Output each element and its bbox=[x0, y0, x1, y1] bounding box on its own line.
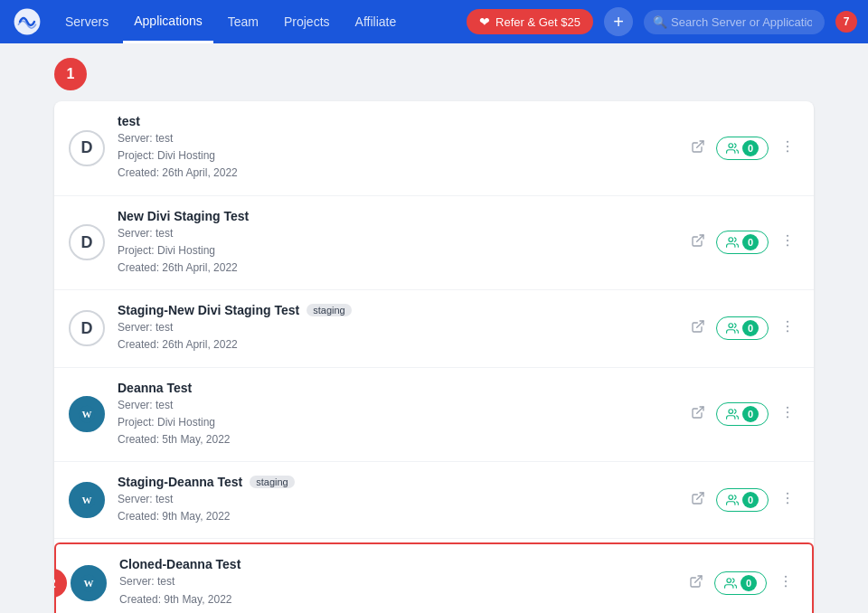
nav-servers[interactable]: Servers bbox=[54, 0, 119, 43]
app-actions: 0 bbox=[687, 315, 799, 342]
collab-count: 0 bbox=[742, 140, 759, 156]
svg-point-2 bbox=[729, 144, 733, 148]
svg-point-27 bbox=[787, 493, 788, 495]
collab-button[interactable]: 0 bbox=[714, 571, 767, 595]
external-link-icon[interactable] bbox=[685, 571, 707, 596]
svg-line-32 bbox=[695, 576, 702, 582]
svg-point-33 bbox=[727, 578, 731, 582]
external-link-icon[interactable] bbox=[687, 136, 709, 161]
refer-button[interactable]: ❤ Refer & Get $25 bbox=[467, 9, 593, 34]
svg-text:W: W bbox=[84, 577, 94, 588]
svg-point-9 bbox=[787, 240, 788, 241]
app-info: testServer: testProject: Divi HostingCre… bbox=[118, 114, 687, 183]
more-menu-icon[interactable] bbox=[776, 401, 799, 428]
svg-line-25 bbox=[697, 493, 703, 499]
app-name: Staging-Deanna Teststaging bbox=[118, 475, 687, 489]
main-content: 1 DtestServer: testProject: Divi Hosting… bbox=[0, 43, 868, 613]
svg-point-5 bbox=[787, 150, 788, 152]
app-avatar: W bbox=[69, 396, 105, 432]
app-info: Staging-New Divi Staging TeststagingServ… bbox=[118, 303, 687, 354]
external-link-icon[interactable] bbox=[687, 316, 709, 341]
collab-button[interactable]: 0 bbox=[716, 488, 769, 512]
svg-point-7 bbox=[729, 238, 733, 242]
svg-point-19 bbox=[729, 410, 733, 414]
navbar: Servers Applications Team Projects Affil… bbox=[0, 0, 868, 43]
app-meta: Server: testProject: Divi HostingCreated… bbox=[118, 397, 687, 449]
search-input[interactable] bbox=[644, 10, 825, 34]
svg-text:W: W bbox=[82, 409, 92, 420]
more-menu-icon[interactable] bbox=[776, 229, 799, 256]
svg-point-35 bbox=[785, 580, 787, 582]
app-actions: 0 bbox=[687, 486, 799, 514]
step1-badge: 1 bbox=[54, 58, 87, 90]
more-menu-icon[interactable] bbox=[776, 486, 799, 514]
svg-point-13 bbox=[787, 321, 788, 323]
app-actions: 0 bbox=[685, 570, 797, 597]
app-avatar: W bbox=[71, 565, 107, 601]
collab-button[interactable]: 0 bbox=[716, 137, 769, 160]
app-item[interactable]: WStaging-Deanna TeststagingServer: testC… bbox=[54, 462, 814, 539]
external-link-icon[interactable] bbox=[687, 401, 709, 427]
external-link-icon[interactable] bbox=[687, 230, 709, 255]
app-actions: 0 bbox=[687, 229, 799, 256]
app-item[interactable]: DNew Divi Staging TestServer: testProjec… bbox=[54, 196, 814, 291]
nav-projects[interactable]: Projects bbox=[273, 0, 341, 43]
collab-count: 0 bbox=[742, 234, 759, 250]
more-menu-icon[interactable] bbox=[776, 135, 799, 162]
app-avatar: D bbox=[69, 130, 105, 166]
app-meta: Server: testCreated: 9th May, 2022 bbox=[119, 573, 685, 608]
svg-point-29 bbox=[787, 502, 788, 504]
app-item[interactable]: DtestServer: testProject: Divi HostingCr… bbox=[54, 101, 814, 196]
app-item[interactable]: WCloned-Deanna TestServer: testCreated: … bbox=[54, 542, 814, 613]
svg-point-26 bbox=[729, 495, 733, 500]
app-item[interactable]: DStaging-New Divi Staging TeststagingSer… bbox=[54, 290, 814, 367]
svg-point-34 bbox=[785, 575, 787, 577]
collab-button[interactable]: 0 bbox=[716, 316, 769, 340]
collab-count: 0 bbox=[741, 575, 757, 591]
nav-affiliate[interactable]: Affiliate bbox=[344, 0, 408, 43]
svg-point-22 bbox=[787, 416, 788, 418]
svg-point-3 bbox=[787, 140, 788, 142]
app-info: Deanna TestServer: testProject: Divi Hos… bbox=[118, 381, 687, 449]
more-menu-icon[interactable] bbox=[774, 570, 797, 597]
app-name: test bbox=[118, 114, 687, 128]
nav-applications[interactable]: Applications bbox=[123, 0, 213, 43]
svg-line-18 bbox=[697, 407, 703, 413]
app-tag: staging bbox=[250, 476, 294, 488]
svg-point-10 bbox=[787, 244, 788, 246]
app-meta: Server: testProject: Divi HostingCreated… bbox=[118, 130, 687, 183]
app-name: Deanna Test bbox=[118, 381, 687, 395]
more-menu-icon[interactable] bbox=[776, 315, 799, 342]
app-info: Cloned-Deanna TestServer: testCreated: 9… bbox=[119, 557, 685, 608]
svg-point-20 bbox=[787, 407, 788, 409]
svg-line-1 bbox=[697, 141, 703, 147]
app-actions: 0 bbox=[687, 401, 799, 428]
collab-count: 0 bbox=[742, 492, 759, 508]
app-actions: 0 bbox=[687, 135, 799, 162]
collab-button[interactable]: 0 bbox=[716, 402, 769, 426]
notification-badge[interactable]: 7 bbox=[835, 11, 857, 33]
app-name: New Divi Staging Test bbox=[118, 209, 687, 223]
app-name: Cloned-Deanna Test bbox=[119, 557, 685, 571]
svg-point-12 bbox=[729, 324, 733, 328]
svg-line-11 bbox=[697, 321, 703, 327]
search-wrapper: 🔍 bbox=[644, 10, 825, 34]
collab-button[interactable]: 0 bbox=[716, 231, 769, 254]
svg-point-4 bbox=[787, 146, 788, 147]
app-avatar: D bbox=[69, 310, 105, 346]
app-avatar: W bbox=[69, 482, 105, 518]
app-name: Staging-New Divi Staging Teststaging bbox=[118, 303, 687, 317]
app-item[interactable]: WDeanna TestServer: testProject: Divi Ho… bbox=[54, 368, 814, 463]
add-button[interactable]: + bbox=[604, 7, 633, 36]
svg-point-28 bbox=[787, 497, 788, 499]
svg-text:W: W bbox=[82, 495, 92, 505]
svg-point-14 bbox=[787, 325, 788, 327]
svg-point-36 bbox=[785, 585, 787, 587]
logo[interactable] bbox=[11, 5, 43, 38]
svg-point-15 bbox=[787, 330, 788, 332]
app-meta: Server: testCreated: 26th April, 2022 bbox=[118, 319, 687, 354]
svg-line-6 bbox=[697, 235, 703, 241]
external-link-icon[interactable] bbox=[687, 487, 709, 513]
nav-team[interactable]: Team bbox=[217, 0, 269, 43]
collab-count: 0 bbox=[742, 406, 759, 422]
